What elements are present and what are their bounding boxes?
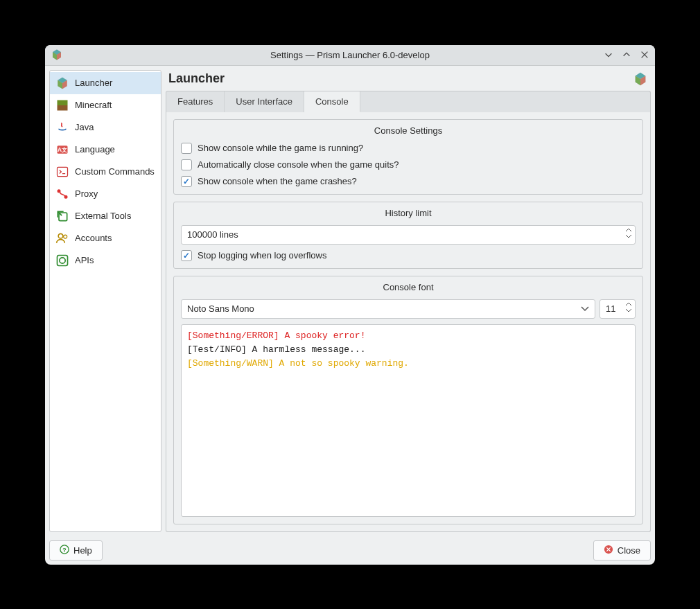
app-icon [51, 48, 63, 61]
group-title: Console font [181, 282, 636, 292]
svg-text:?: ? [62, 546, 66, 553]
console-font-preview: [Something/ERROR] A spooky error! [Test/… [181, 324, 636, 517]
checkbox-show-while-running[interactable] [181, 143, 192, 154]
sidebar-item-external-tools[interactable]: External Tools [50, 205, 161, 227]
checkbox-label: Show console when the game crashes? [198, 176, 357, 186]
group-console-font: Console font Noto Sans Mono 11 [173, 276, 643, 524]
spinbox-value: 11 [606, 303, 615, 314]
group-history-limit: History limit 100000 lines Stop loggin [173, 202, 643, 269]
sidebar-item-label: Proxy [75, 188, 98, 199]
prism-logo-icon [633, 71, 648, 87]
java-icon [55, 121, 69, 134]
font-family-select[interactable]: Noto Sans Mono [181, 299, 595, 319]
group-console-settings: Console Settings Show console while the … [173, 119, 643, 195]
button-label: Close [618, 545, 640, 556]
minecraft-icon [55, 98, 69, 112]
log-line-warn: [Something/WARN] A not so spooky warning… [187, 358, 409, 369]
tab-user-interface[interactable]: User Interface [225, 91, 304, 112]
sidebar-item-accounts[interactable]: Accounts [50, 227, 161, 249]
sidebar-item-label: Launcher [75, 78, 112, 88]
checkbox-label: Stop logging when log overflows [198, 250, 326, 261]
sidebar-item-label: Java [75, 122, 94, 132]
sidebar-item-label: External Tools [75, 211, 131, 221]
sidebar-item-language[interactable]: A文 Language [50, 139, 161, 161]
sidebar-item-minecraft[interactable]: Minecraft [50, 94, 161, 116]
tab-label: Features [177, 96, 213, 107]
svg-rect-9 [58, 105, 68, 111]
tab-label: User Interface [236, 96, 292, 107]
external-tools-icon [55, 209, 69, 223]
svg-point-17 [64, 235, 67, 238]
terminal-icon [55, 165, 69, 179]
tab-features[interactable]: Features [166, 91, 225, 112]
settings-window: Settings — Prism Launcher 6.0-develop La… [45, 45, 655, 565]
checkbox-auto-close[interactable] [181, 159, 192, 170]
language-icon: A文 [55, 143, 69, 157]
checkbox-stop-logging-overflow[interactable] [181, 250, 192, 261]
close-button[interactable]: Close [593, 540, 651, 561]
checkbox-label: Show console while the game is running? [198, 143, 363, 153]
sidebar-item-java[interactable]: Java [50, 116, 161, 139]
tab-console[interactable]: Console [304, 91, 360, 112]
titlebar: Settings — Prism Launcher 6.0-develop [45, 45, 655, 66]
sidebar-item-label: Minecraft [75, 100, 112, 110]
proxy-icon [55, 187, 69, 201]
help-button[interactable]: ? Help [49, 540, 103, 561]
close-window-button[interactable] [640, 50, 649, 60]
svg-rect-18 [58, 255, 68, 265]
history-limit-spinbox[interactable]: 100000 lines [181, 225, 636, 245]
chevron-down-icon [581, 303, 589, 314]
settings-main: Launcher Features User Interface Console [166, 70, 651, 532]
svg-rect-8 [58, 100, 68, 105]
launcher-icon [55, 76, 69, 90]
dialog-footer: ? Help Close [45, 536, 655, 565]
spinbox-value: 100000 lines [187, 229, 238, 240]
select-value: Noto Sans Mono [187, 303, 254, 314]
sidebar-item-label: Custom Commands [75, 166, 155, 177]
page-title: Launcher [168, 71, 225, 86]
checkbox-show-on-crash[interactable] [181, 176, 192, 187]
svg-rect-12 [58, 167, 68, 176]
svg-point-16 [58, 233, 63, 238]
sidebar-item-launcher[interactable]: Launcher [50, 72, 161, 94]
help-icon: ? [60, 545, 69, 556]
sidebar-item-proxy[interactable]: Proxy [50, 183, 161, 205]
tab-label: Console [315, 96, 349, 107]
spinbox-buttons[interactable] [625, 301, 632, 313]
font-size-spinbox[interactable]: 11 [600, 299, 636, 319]
checkbox-label: Automatically close console when the gam… [198, 159, 399, 170]
settings-sidebar: Launcher Minecraft Java A文 Language [49, 70, 161, 532]
group-title: History limit [181, 208, 636, 218]
svg-text:A文: A文 [58, 146, 67, 153]
sidebar-item-custom-commands[interactable]: Custom Commands [50, 161, 161, 183]
button-label: Help [73, 545, 92, 556]
apis-icon [55, 254, 69, 267]
sidebar-item-label: Language [75, 144, 115, 155]
window-title: Settings — Prism Launcher 6.0-develop [45, 50, 655, 60]
sidebar-item-apis[interactable]: APIs [50, 249, 161, 272]
tab-content-console: Console Settings Show console while the … [166, 112, 651, 532]
maximize-button[interactable] [622, 50, 631, 60]
page-tabs: Features User Interface Console [166, 91, 651, 112]
spinbox-buttons[interactable] [625, 227, 632, 239]
svg-point-19 [60, 257, 65, 263]
close-icon [604, 545, 613, 556]
log-line-info: [Test/INFO] A harmless message... [187, 344, 365, 355]
log-line-error: [Something/ERROR] A spooky error! [187, 330, 365, 341]
group-title: Console Settings [181, 125, 636, 136]
sidebar-item-label: Accounts [75, 233, 112, 243]
accounts-icon [55, 231, 69, 245]
minimize-button[interactable] [604, 50, 613, 60]
sidebar-item-label: APIs [75, 255, 94, 265]
